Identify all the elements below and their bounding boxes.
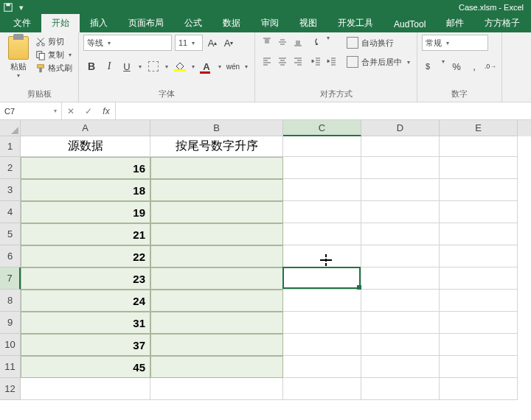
cells-area[interactable]: 源数据按尾号数字升序16181921222324313745 (21, 136, 518, 400)
cell[interactable] (440, 267, 518, 290)
copy-button[interactable]: 复制▾ (35, 49, 74, 60)
font-size-dropdown[interactable]: 11▾ (175, 35, 203, 51)
cell[interactable] (21, 378, 150, 400)
column-header[interactable]: C (283, 120, 361, 136)
comma-button[interactable]: , (466, 58, 482, 74)
cell[interactable] (361, 157, 440, 179)
row-header[interactable]: 8 (0, 290, 21, 312)
align-middle-button[interactable] (275, 35, 290, 49)
cell[interactable] (440, 157, 518, 179)
cell[interactable] (283, 179, 361, 201)
cell[interactable]: 19 (21, 201, 150, 223)
cell[interactable] (283, 356, 361, 378)
cell[interactable] (440, 312, 518, 334)
chevron-down-icon[interactable]: ▾ (66, 52, 74, 58)
align-center-button[interactable] (275, 54, 290, 69)
cell[interactable] (361, 378, 440, 400)
chevron-down-icon[interactable]: ▾ (243, 63, 250, 70)
cell[interactable]: 37 (21, 334, 150, 356)
cell[interactable] (150, 179, 283, 201)
cell[interactable] (440, 356, 518, 378)
cell[interactable]: 18 (21, 179, 150, 201)
cell[interactable] (440, 290, 518, 312)
cell[interactable]: 按尾号数字升序 (150, 136, 283, 157)
cancel-button[interactable]: ✕ (62, 106, 80, 116)
fill-color-button[interactable] (172, 58, 188, 74)
accounting-format-button[interactable]: $ (422, 58, 438, 74)
chevron-down-icon[interactable]: ▾ (136, 63, 144, 70)
increase-decimal-button[interactable]: .0→ (484, 58, 497, 74)
tab-file[interactable]: 文件 (3, 14, 41, 32)
tab-aud[interactable]: AudTool (384, 16, 436, 32)
cell[interactable] (440, 378, 518, 400)
increase-indent-button[interactable] (324, 54, 339, 69)
fx-button[interactable]: fx (97, 106, 115, 116)
decrease-indent-button[interactable] (309, 54, 324, 69)
row-header[interactable]: 4 (0, 201, 21, 223)
align-right-button[interactable] (291, 54, 305, 69)
decrease-font-button[interactable]: A▾ (222, 35, 235, 51)
wrap-text-button[interactable]: 自动换行 (347, 35, 412, 51)
tab-layout[interactable]: 页面布局 (118, 14, 174, 32)
merge-center-button[interactable]: 合并后居中▾ (347, 54, 412, 70)
cell[interactable]: 24 (21, 290, 150, 312)
cell[interactable] (150, 334, 283, 356)
cell[interactable] (361, 290, 440, 312)
chevron-down-icon[interactable]: ▾ (324, 35, 332, 49)
cell[interactable]: 21 (21, 223, 150, 245)
row-header[interactable]: 10 (0, 334, 21, 356)
row-header[interactable]: 12 (0, 378, 21, 400)
align-bottom-button[interactable] (291, 35, 305, 49)
number-format-dropdown[interactable]: 常规▾ (422, 35, 488, 51)
cell[interactable] (150, 378, 283, 400)
bold-button[interactable]: B (83, 58, 100, 74)
cell[interactable]: 31 (21, 312, 150, 334)
cell[interactable] (440, 334, 518, 356)
row-header[interactable]: 3 (0, 179, 21, 201)
cell[interactable] (150, 312, 283, 334)
column-header[interactable]: E (440, 120, 518, 136)
tab-review[interactable]: 审阅 (251, 14, 289, 32)
paste-button[interactable]: 粘贴 ▾ (4, 35, 32, 87)
tab-formula[interactable]: 公式 (174, 14, 212, 32)
cell[interactable] (150, 157, 283, 179)
tab-view[interactable]: 视图 (289, 14, 327, 32)
tab-square[interactable]: 方方格子 (474, 14, 530, 32)
cell[interactable] (440, 245, 518, 267)
cell[interactable] (150, 223, 283, 245)
cell[interactable] (283, 201, 361, 223)
cell[interactable] (361, 136, 440, 157)
cell[interactable] (150, 201, 283, 223)
cell[interactable]: 22 (21, 245, 150, 267)
cell[interactable] (283, 136, 361, 157)
tab-insert[interactable]: 插入 (80, 14, 118, 32)
cell[interactable] (440, 136, 518, 157)
cell[interactable] (283, 245, 361, 267)
row-header[interactable]: 1 (0, 136, 21, 157)
tab-data[interactable]: 数据 (212, 14, 251, 32)
cell[interactable] (283, 267, 361, 290)
row-header[interactable]: 7 (0, 267, 21, 290)
column-header[interactable]: B (150, 120, 283, 136)
cell[interactable]: 45 (21, 356, 150, 378)
cell[interactable] (283, 334, 361, 356)
align-top-button[interactable] (260, 35, 274, 49)
cell[interactable]: 源数据 (21, 136, 150, 157)
tab-dev[interactable]: 开发工具 (327, 14, 384, 32)
row-header[interactable]: 5 (0, 223, 21, 245)
cell[interactable] (361, 312, 440, 334)
font-name-dropdown[interactable]: 等线▾ (83, 35, 172, 51)
cell[interactable]: 23 (21, 267, 150, 290)
percent-button[interactable]: % (448, 58, 465, 74)
cell[interactable] (283, 290, 361, 312)
font-color-button[interactable]: A (198, 58, 215, 74)
cell[interactable] (361, 356, 440, 378)
cut-button[interactable]: 剪切 (35, 36, 74, 47)
phonetic-button[interactable]: wén (225, 58, 241, 74)
column-header[interactable]: D (361, 120, 440, 136)
chevron-down-icon[interactable]: ▾ (216, 63, 223, 70)
cell[interactable] (283, 378, 361, 400)
cell[interactable] (283, 157, 361, 179)
cell[interactable] (283, 223, 361, 245)
italic-button[interactable]: I (101, 58, 117, 74)
